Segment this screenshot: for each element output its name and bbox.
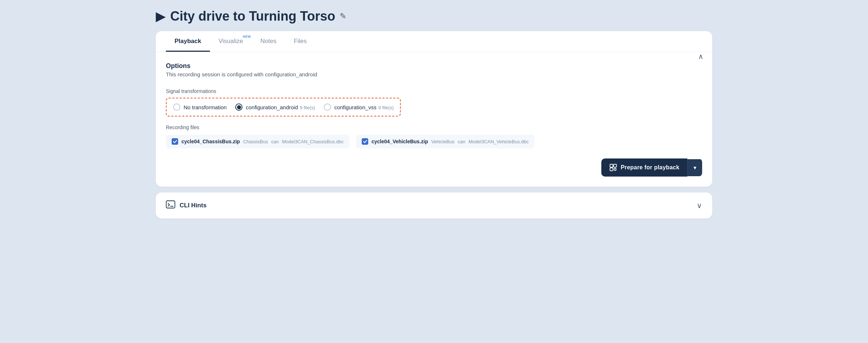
file-checkbox-2[interactable] xyxy=(362,138,368,145)
svg-rect-1 xyxy=(614,164,616,167)
cli-card: CLI Hints ∨ xyxy=(156,192,712,219)
prepare-button-group: Prepare for playback ▾ xyxy=(601,158,702,177)
page-wrapper: ▶ City drive to Turning Torso ✎ Playback… xyxy=(156,9,712,219)
options-title: Options xyxy=(166,62,317,70)
title-row: ▶ City drive to Turning Torso ✎ xyxy=(156,9,712,24)
file-name-1: cycle04_ChassisBus.zip xyxy=(181,139,240,144)
signal-label: Signal transformations xyxy=(166,88,702,94)
expand-icon[interactable]: ∨ xyxy=(697,201,702,210)
radio-config-vss[interactable]: configuration_vss9 file(s) xyxy=(324,103,394,111)
radio-config-android[interactable]: configuration_android9 file(s) xyxy=(235,103,315,111)
file-checkbox-1[interactable] xyxy=(172,138,178,145)
file-item-1: cycle04_ChassisBus.zip ChassisBus can Mo… xyxy=(166,135,349,148)
files-row: cycle04_ChassisBus.zip ChassisBus can Mo… xyxy=(166,135,702,148)
svg-rect-0 xyxy=(610,164,613,167)
radio-label-no-transform: No transformation xyxy=(184,104,227,110)
prepare-dropdown-button[interactable]: ▾ xyxy=(687,159,702,176)
signal-options-box: No transformation configuration_android9… xyxy=(166,98,401,117)
file-tag-2c: Model3CAN_VehicleBus.dbc xyxy=(469,139,529,144)
tab-visualize[interactable]: Visualize NEW xyxy=(210,31,252,52)
options-header: Options This recording session is config… xyxy=(166,62,702,86)
new-badge: NEW xyxy=(243,35,251,38)
radio-circle-config-vss xyxy=(324,103,331,111)
edit-icon[interactable]: ✎ xyxy=(340,12,346,21)
play-icon: ▶ xyxy=(156,10,166,23)
dropdown-arrow-icon: ▾ xyxy=(693,165,696,171)
file-tag-1c: Model3CAN_ChassisBus.dbc xyxy=(282,139,344,144)
recording-files-label: Recording files xyxy=(166,124,702,130)
radio-label-config-android: configuration_android9 file(s) xyxy=(246,104,315,110)
file-tag-1b: can xyxy=(271,139,279,144)
radio-circle-config-android xyxy=(235,103,242,111)
page-title: City drive to Turning Torso xyxy=(170,9,335,24)
tab-playback[interactable]: Playback xyxy=(166,31,210,52)
tab-files[interactable]: Files xyxy=(285,31,315,52)
file-tag-1a: ChassisBus xyxy=(243,139,268,144)
collapse-button[interactable]: ∧ xyxy=(698,52,704,61)
tabs-row: Playback Visualize NEW Notes Files xyxy=(156,31,712,52)
card-body: Options This recording session is config… xyxy=(156,52,712,187)
prepare-button-label: Prepare for playback xyxy=(621,164,679,171)
svg-rect-2 xyxy=(610,168,613,171)
prepare-icon xyxy=(609,164,617,172)
file-name-2: cycle04_VehicleBus.zip xyxy=(371,139,428,144)
svg-rect-4 xyxy=(166,201,175,208)
file-tag-2a: VehicleBus xyxy=(431,139,454,144)
tab-notes[interactable]: Notes xyxy=(252,31,285,52)
cli-title: CLI Hints xyxy=(166,200,207,211)
cli-icon xyxy=(166,200,175,211)
radio-circle-no-transform xyxy=(173,103,180,111)
prepare-main-button[interactable]: Prepare for playback xyxy=(601,158,687,177)
file-item-2: cycle04_VehicleBus.zip VehicleBus can Mo… xyxy=(356,135,534,148)
main-card: Playback Visualize NEW Notes Files Optio… xyxy=(156,31,712,187)
cli-hints-label: CLI Hints xyxy=(180,202,207,209)
bottom-row: Prepare for playback ▾ xyxy=(166,158,702,177)
options-subtitle: This recording session is configured wit… xyxy=(166,71,317,77)
radio-label-config-vss: configuration_vss9 file(s) xyxy=(334,104,394,110)
radio-no-transform[interactable]: No transformation xyxy=(173,103,227,111)
file-tag-2b: can xyxy=(458,139,465,144)
